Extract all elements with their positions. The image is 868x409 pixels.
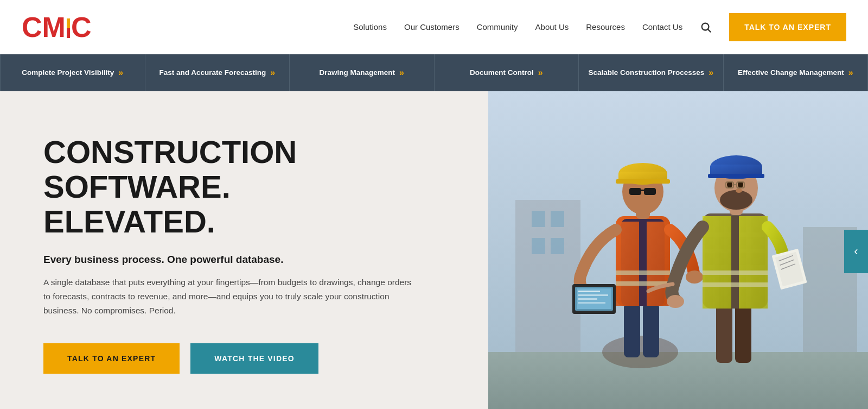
header: CM C Solutions Our Customers Community A… bbox=[0, 0, 868, 54]
svg-rect-34 bbox=[578, 302, 605, 304]
hero-headline: CONSTRUCTION SOFTWARE. ELEVATED. bbox=[43, 135, 445, 238]
hero-image-area: ‹ bbox=[488, 91, 868, 409]
svg-point-61 bbox=[667, 295, 684, 308]
carousel-prev-arrow[interactable]: ‹ bbox=[844, 230, 868, 273]
svg-rect-11 bbox=[624, 303, 640, 357]
nav-solutions[interactable]: Solutions bbox=[353, 22, 387, 32]
subnav-arrow-4: » bbox=[709, 67, 713, 79]
svg-rect-22 bbox=[641, 190, 644, 191]
header-cta-button[interactable]: TALK TO AN EXPERT bbox=[729, 13, 846, 41]
svg-point-52 bbox=[736, 188, 742, 193]
hero-body-text: A single database that puts everything a… bbox=[43, 275, 412, 317]
subnav-item-change[interactable]: Effective Change Management » bbox=[724, 54, 869, 91]
svg-rect-47 bbox=[703, 270, 768, 275]
svg-rect-33 bbox=[578, 298, 597, 300]
svg-point-51 bbox=[720, 190, 752, 210]
svg-rect-21 bbox=[644, 188, 656, 195]
hero-buttons: TALK TO AN EXPERT WATCH THE VIDEO bbox=[43, 343, 445, 374]
svg-point-27 bbox=[686, 270, 703, 284]
nav-about[interactable]: About Us bbox=[535, 22, 569, 32]
logo-i-stripe bbox=[67, 18, 70, 38]
svg-rect-20 bbox=[629, 188, 641, 195]
hero-content: CONSTRUCTION SOFTWARE. ELEVATED. Every b… bbox=[0, 91, 488, 409]
logo[interactable]: CM C bbox=[22, 11, 91, 43]
svg-rect-8 bbox=[551, 238, 564, 254]
subnav-arrow-3: » bbox=[538, 67, 543, 79]
svg-point-0 bbox=[702, 23, 709, 30]
hero-section: CONSTRUCTION SOFTWARE. ELEVATED. Every b… bbox=[0, 91, 868, 409]
workers-illustration bbox=[488, 91, 868, 409]
svg-rect-48 bbox=[703, 282, 768, 287]
svg-rect-46 bbox=[731, 216, 739, 309]
subnav-item-document[interactable]: Document Control » bbox=[435, 54, 579, 91]
svg-rect-35 bbox=[716, 303, 732, 363]
nav-customers[interactable]: Our Customers bbox=[404, 22, 459, 32]
main-nav: Solutions Our Customers Community About … bbox=[353, 13, 846, 41]
nav-community[interactable]: Community bbox=[477, 22, 518, 32]
svg-rect-16 bbox=[616, 270, 670, 275]
svg-rect-7 bbox=[532, 238, 545, 254]
svg-rect-6 bbox=[551, 211, 564, 227]
svg-line-1 bbox=[708, 29, 711, 32]
svg-rect-5 bbox=[532, 211, 545, 227]
subnav-arrow-0: » bbox=[118, 67, 123, 79]
subnav-item-scalable[interactable]: Scalable Construction Processes » bbox=[579, 54, 724, 91]
hero-talk-button[interactable]: TALK TO AN EXPERT bbox=[43, 343, 180, 374]
logo-c: C bbox=[71, 11, 92, 43]
svg-rect-12 bbox=[643, 303, 659, 357]
subnav-item-visibility[interactable]: Complete Project Visibility » bbox=[0, 54, 145, 91]
svg-rect-32 bbox=[578, 294, 608, 296]
hero-video-button[interactable]: WATCH THE VIDEO bbox=[190, 343, 318, 374]
subnav-arrow-2: » bbox=[399, 67, 404, 79]
nav-contact[interactable]: Contact Us bbox=[642, 22, 682, 32]
logo-cm: CM bbox=[22, 11, 66, 43]
subnav-arrow-5: » bbox=[848, 67, 853, 79]
nav-resources[interactable]: Resources bbox=[586, 22, 625, 32]
svg-rect-31 bbox=[578, 291, 600, 292]
hero-subheadline: Every business process. One powerful dat… bbox=[43, 254, 445, 266]
subnav-arrow-1: » bbox=[270, 67, 275, 79]
svg-rect-36 bbox=[735, 303, 751, 363]
svg-rect-3 bbox=[488, 352, 868, 409]
subnav-item-drawing[interactable]: Drawing Management » bbox=[290, 54, 435, 91]
subnav-bar: Complete Project Visibility » Fast and A… bbox=[0, 54, 868, 91]
subnav-item-forecasting[interactable]: Fast and Accurate Forecasting » bbox=[145, 54, 290, 91]
svg-rect-4 bbox=[515, 200, 580, 352]
svg-rect-25 bbox=[616, 179, 670, 184]
svg-rect-60 bbox=[708, 174, 764, 178]
search-icon[interactable] bbox=[700, 21, 712, 33]
svg-rect-15 bbox=[639, 222, 647, 306]
